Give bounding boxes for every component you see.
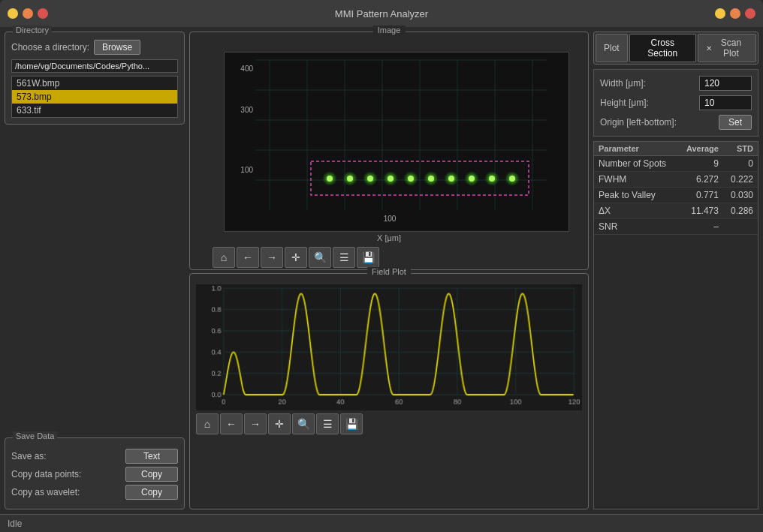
- fp-save-button[interactable]: 💾: [340, 413, 363, 434]
- directory-box: Directory Choose a directory: Browse /ho…: [5, 32, 185, 125]
- origin-label: Origin [left-bottom]:: [600, 117, 677, 128]
- x-axis-label: X [μm]: [377, 233, 401, 242]
- save-image-button[interactable]: 💾: [357, 247, 379, 268]
- center-panel: Image Y [μm] X [μm] ⌂ ← → ✛ 🔍 ☰: [189, 32, 589, 509]
- fp-forward-button[interactable]: →: [244, 413, 267, 434]
- fp-home-button[interactable]: ⌂: [196, 413, 219, 434]
- image-area: Y [μm] X [μm]: [190, 41, 588, 245]
- height-label: Height [μm]:: [600, 98, 649, 108]
- close-button[interactable]: [38, 8, 48, 19]
- stat-avg: –: [678, 219, 723, 235]
- image-canvas: [224, 52, 569, 232]
- file-item[interactable]: 633.tif: [12, 104, 177, 117]
- field-plot-toolbar: ⌂ ← → ✛ 🔍 ☰ 💾: [196, 412, 582, 436]
- stats-row: FWHM6.2720.222: [594, 172, 758, 188]
- forward-button[interactable]: →: [261, 247, 283, 268]
- set-button[interactable]: Set: [719, 115, 752, 130]
- zoom-button[interactable]: 🔍: [309, 247, 331, 268]
- title-bar: MMI Pattern Analyzer: [0, 0, 763, 27]
- stats-table: Parameter Average STD Number of Spots90F…: [593, 141, 758, 509]
- window-controls: [8, 8, 48, 19]
- copy-wavelet-button[interactable]: Copy: [125, 485, 178, 500]
- stats-header-avg: Average: [678, 142, 723, 156]
- stat-avg: 0.771: [678, 188, 723, 203]
- field-plot-inner: ⌂ ← → ✛ 🔍 ☰ 💾: [190, 274, 588, 509]
- main-content: Directory Choose a directory: Browse /ho…: [0, 27, 763, 514]
- image-wrapper: Y [μm]: [209, 52, 569, 232]
- image-toolbar: ⌂ ← → ✛ 🔍 ☰ 💾: [190, 245, 588, 269]
- stat-param: Number of Spots: [594, 156, 678, 172]
- directory-title: Directory: [13, 26, 52, 35]
- fp-settings-button[interactable]: ☰: [316, 413, 339, 434]
- scan-plot-label: Scan Plot: [714, 38, 748, 59]
- stat-avg: 6.272: [678, 172, 723, 188]
- field-plot-section: Field Plot ⌂ ← → ✛ 🔍 ☰ 💾: [189, 273, 589, 509]
- status-bar: Idle: [0, 514, 763, 532]
- move-button[interactable]: ✛: [285, 247, 307, 268]
- field-plot-canvas: [196, 284, 582, 410]
- right-panel: Plot Cross Section ✕ Scan Plot Width [μm…: [593, 32, 758, 509]
- choose-dir-label: Choose a directory:: [11, 42, 89, 53]
- file-item[interactable]: 561W.bmp: [12, 77, 177, 90]
- copy-wavelet-label: Copy as wavelet:: [11, 487, 80, 497]
- fp-move-button[interactable]: ✛: [268, 413, 291, 434]
- text-button[interactable]: Text: [125, 449, 178, 464]
- stats-header-std: STD: [723, 142, 758, 156]
- stats-row: SNR–: [594, 219, 758, 235]
- top-right-orange[interactable]: [730, 8, 740, 19]
- save-as-label: Save as:: [11, 451, 47, 461]
- save-data-title: Save Data: [13, 431, 57, 440]
- top-right-yellow[interactable]: [715, 8, 725, 19]
- maximize-button[interactable]: [23, 8, 33, 19]
- directory-path: /home/vg/Documents/Codes/Pytho...: [11, 59, 178, 73]
- top-right-red[interactable]: [745, 8, 755, 19]
- field-plot-title: Field Plot: [367, 267, 411, 276]
- save-data-box: Save Data Save as: Text Copy data points…: [5, 437, 185, 509]
- title-bar-right-controls: [715, 8, 755, 19]
- scan-plot-icon: ✕: [706, 44, 712, 53]
- tab-plot[interactable]: Plot: [596, 34, 628, 62]
- stat-avg: 9: [678, 156, 723, 172]
- stat-std: [723, 219, 758, 235]
- browse-button[interactable]: Browse: [94, 40, 140, 55]
- stat-param: ΔX: [594, 203, 678, 219]
- image-section: Image Y [μm] X [μm] ⌂ ← → ✛ 🔍 ☰: [189, 32, 589, 270]
- app-title: MMI Pattern Analyzer: [335, 8, 428, 20]
- home-button[interactable]: ⌂: [213, 247, 235, 268]
- tabs-header: Plot Cross Section ✕ Scan Plot: [593, 32, 758, 65]
- stat-avg: 11.473: [678, 203, 723, 219]
- file-item[interactable]: 573.bmp: [12, 90, 177, 104]
- stat-param: SNR: [594, 219, 678, 235]
- left-panel: Directory Choose a directory: Browse /ho…: [5, 32, 185, 509]
- stats-row: ΔX11.4730.286: [594, 203, 758, 219]
- tab-cross-section[interactable]: Cross Section: [629, 34, 696, 62]
- copy-data-button[interactable]: Copy: [125, 467, 178, 482]
- stat-std: 0.030: [723, 188, 758, 203]
- copy-data-label: Copy data points:: [11, 469, 81, 479]
- image-title: Image: [373, 26, 406, 35]
- width-label: Width [μm]:: [600, 78, 646, 89]
- fp-zoom-button[interactable]: 🔍: [292, 413, 315, 434]
- stats-row: Number of Spots90: [594, 156, 758, 172]
- minimize-button[interactable]: [8, 8, 18, 19]
- spacer: [5, 129, 185, 430]
- stats-row: Peak to Valley0.7710.030: [594, 188, 758, 203]
- stat-param: FWHM: [594, 172, 678, 188]
- stat-std: 0: [723, 156, 758, 172]
- fp-back-button[interactable]: ←: [220, 413, 243, 434]
- file-list: 561W.bmp573.bmp633.tif: [11, 76, 178, 118]
- settings-button[interactable]: ☰: [333, 247, 355, 268]
- status-text: Idle: [8, 518, 22, 529]
- stat-std: 0.286: [723, 203, 758, 219]
- width-input[interactable]: [699, 76, 752, 91]
- stats-header-param: Parameter: [594, 142, 678, 156]
- height-input[interactable]: [699, 95, 752, 110]
- tab-scan-plot[interactable]: ✕ Scan Plot: [698, 34, 756, 62]
- stat-param: Peak to Valley: [594, 188, 678, 203]
- cross-section-fields: Width [μm]: Height [μm]: Origin [left-bo…: [593, 69, 758, 137]
- stat-std: 0.222: [723, 172, 758, 188]
- back-button[interactable]: ←: [237, 247, 259, 268]
